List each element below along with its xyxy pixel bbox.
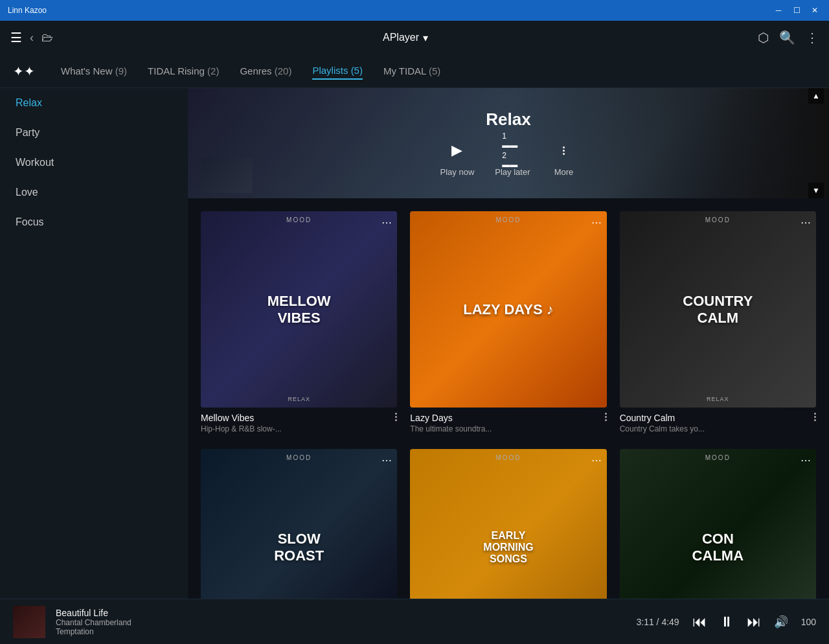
mood-grid: MOOD MELLOWVIBES RELAX ⋯ Mellow Vibes Hi… (201, 211, 816, 599)
pause-button[interactable]: ⏸ (720, 614, 734, 630)
calma-more-icon[interactable]: ⋯ (801, 454, 811, 466)
sidebar-item-focus[interactable]: Focus (0, 207, 188, 237)
country-title: COUNTRYCALM (683, 293, 753, 327)
mellow-sub-tag: RELAX (201, 396, 397, 402)
play-later-button[interactable]: 1 ▬▬ 2 ▬▬ Play later (495, 137, 530, 177)
mood-card-lazy-days[interactable]: MOOD LAZY DAYS ♪ ⋯ Lazy Days The ultimat… (410, 211, 606, 436)
player-selector[interactable]: APlayer ▾ (383, 32, 428, 44)
track-artist: Chantal Chamberland (56, 618, 626, 627)
content-area: Relax ▶ Play now 1 ▬▬ 2 ▬▬ Play later (188, 88, 829, 599)
morning-more-icon[interactable]: ⋯ (591, 454, 602, 466)
tab-playlists[interactable]: Playlists (5) (312, 62, 363, 80)
lazy-card-desc: The ultimate soundtra... (410, 424, 492, 433)
rewind-button[interactable]: ⏮ (692, 614, 707, 630)
mood-grid-section: MOOD MELLOWVIBES RELAX ⋯ Mellow Vibes Hi… (188, 198, 829, 599)
track-album: Temptation (56, 627, 626, 636)
tab-genres[interactable]: Genres (20) (240, 63, 291, 79)
toolbar: ☰ ‹ 🗁 APlayer ▾ ⬡ 🔍 ⋮ (0, 21, 829, 54)
calma-title: CONCALMA (692, 531, 744, 564)
mellow-card-menu[interactable] (395, 413, 397, 421)
play-now-icon: ▶ (444, 137, 470, 163)
fast-forward-button[interactable]: ⏭ (747, 614, 761, 630)
maximize-button[interactable]: ☐ (790, 4, 803, 17)
back-button[interactable]: ‹ (30, 31, 34, 45)
play-now-label: Play now (440, 167, 475, 177)
mellow-card-desc: Hip-Hop & R&B slow-... (201, 424, 282, 433)
play-later-label: Play later (495, 167, 530, 177)
lazy-card-menu[interactable] (605, 413, 607, 421)
country-mood-tag: MOOD (620, 216, 816, 224)
mood-card-early-morning[interactable]: MOOD EARLYMORNINGSONGS RELAX ⋯ Early Mor… (410, 449, 606, 599)
tab-whats-new[interactable]: What's New (9) (61, 63, 127, 79)
lazy-days-image: MOOD LAZY DAYS ♪ ⋯ (410, 211, 606, 408)
hero-content: Relax ▶ Play now 1 ▬▬ 2 ▬▬ Play later (440, 109, 577, 177)
country-sub-tag: RELAX (620, 396, 816, 402)
country-card-text: Country Calm Country Calm takes yo... (620, 413, 705, 433)
volume-value: 100 (801, 617, 816, 627)
tidal-logo: ✦✦ (13, 63, 35, 79)
hero-thumbnail (201, 157, 253, 193)
sidebar-item-love[interactable]: Love (0, 178, 188, 207)
now-playing-info: Beautiful Life Chantal Chamberland Tempt… (56, 608, 626, 636)
slow-more-icon[interactable]: ⋯ (381, 454, 392, 466)
toolbar-center: APlayer ▾ (53, 32, 758, 44)
mellow-mood-tag: MOOD (201, 216, 397, 224)
early-morning-image: MOOD EARLYMORNINGSONGS RELAX ⋯ (410, 449, 606, 599)
sidebar-item-relax[interactable]: Relax (0, 88, 188, 118)
hero-actions: ▶ Play now 1 ▬▬ 2 ▬▬ Play later (440, 137, 577, 177)
country-more-icon[interactable]: ⋯ (801, 216, 811, 229)
lazy-card-text: Lazy Days The ultimate soundtra... (410, 413, 492, 433)
slow-roast-image: MOOD SLOWROAST RELAX ⋯ (201, 449, 397, 599)
play-now-button[interactable]: ▶ Play now (440, 137, 475, 177)
slow-title: SLOWROAST (274, 531, 324, 564)
lazy-more-icon[interactable]: ⋯ (591, 216, 602, 229)
menu-button[interactable]: ☰ (10, 30, 22, 45)
country-card-desc: Country Calm takes yo... (620, 424, 705, 433)
morning-mood-tag: MOOD (410, 454, 606, 461)
app-title: Linn Kazoo (8, 6, 47, 15)
lazy-mood-tag: MOOD (410, 216, 606, 224)
title-bar: Linn Kazoo ─ ☐ ✕ (0, 0, 829, 21)
country-card-name: Country Calm (620, 413, 705, 423)
window-controls[interactable]: ─ ☐ ✕ (772, 4, 821, 17)
overflow-menu-button[interactable]: ⋮ (806, 30, 819, 45)
country-card-menu[interactable] (814, 413, 816, 421)
mellow-card-name: Mellow Vibes (201, 413, 282, 423)
mood-card-country-calm[interactable]: MOOD COUNTRYCALM RELAX ⋯ Country Calm Co… (620, 211, 816, 436)
player-name: APlayer (383, 32, 419, 43)
mood-card-slow-roast[interactable]: MOOD SLOWROAST RELAX ⋯ Slow Roast Ease i… (201, 449, 397, 599)
mellow-title: MELLOWVIBES (267, 293, 331, 327)
tab-tidal-rising[interactable]: TIDAL Rising (2) (148, 63, 219, 79)
scroll-down-arrow[interactable]: ▼ (808, 183, 824, 198)
mood-card-con-calma[interactable]: MOOD CONCALMA RELAX ⋯ Con Calma Kick bac… (620, 449, 816, 599)
mellow-card-text: Mellow Vibes Hip-Hop & R&B slow-... (201, 413, 282, 433)
mood-card-mellow-vibes[interactable]: MOOD MELLOWVIBES RELAX ⋯ Mellow Vibes Hi… (201, 211, 397, 436)
sidebar-item-workout[interactable]: Workout (0, 148, 188, 178)
sidebar: Relax Party Workout Love Focus (0, 88, 188, 599)
toolbar-left: ☰ ‹ 🗁 (10, 30, 53, 45)
lazy-card-name: Lazy Days (410, 413, 492, 423)
lazy-title: LAZY DAYS ♪ (463, 301, 553, 318)
more-icon (551, 137, 576, 163)
volume-button[interactable]: 🔊 (774, 615, 788, 629)
mellow-card-info: Mellow Vibes Hip-Hop & R&B slow-... (201, 408, 397, 436)
track-title: Beautiful Life (56, 608, 626, 618)
morning-title: EARLYMORNINGSONGS (483, 530, 533, 565)
lazy-card-info: Lazy Days The ultimate soundtra... (410, 408, 606, 436)
album-art (13, 606, 45, 638)
search-button[interactable]: 🔍 (779, 30, 795, 45)
slow-mood-tag: MOOD (201, 454, 397, 461)
cast-button[interactable]: ⬡ (758, 30, 769, 45)
hero-title: Relax (486, 109, 530, 130)
tab-my-tidal[interactable]: My TIDAL (5) (383, 63, 440, 79)
browse-button[interactable]: 🗁 (41, 31, 53, 45)
close-button[interactable]: ✕ (808, 4, 821, 17)
minimize-button[interactable]: ─ (772, 4, 785, 17)
mellow-more-icon[interactable]: ⋯ (381, 216, 392, 229)
play-later-icon: 1 ▬▬ 2 ▬▬ (499, 137, 525, 163)
scroll-up-arrow[interactable]: ▲ (808, 88, 824, 104)
main-area: Relax Party Workout Love Focus Relax (0, 88, 829, 599)
hero-banner: Relax ▶ Play now 1 ▬▬ 2 ▬▬ Play later (188, 88, 829, 198)
sidebar-item-party[interactable]: Party (0, 118, 188, 148)
more-button[interactable]: More (551, 137, 576, 177)
